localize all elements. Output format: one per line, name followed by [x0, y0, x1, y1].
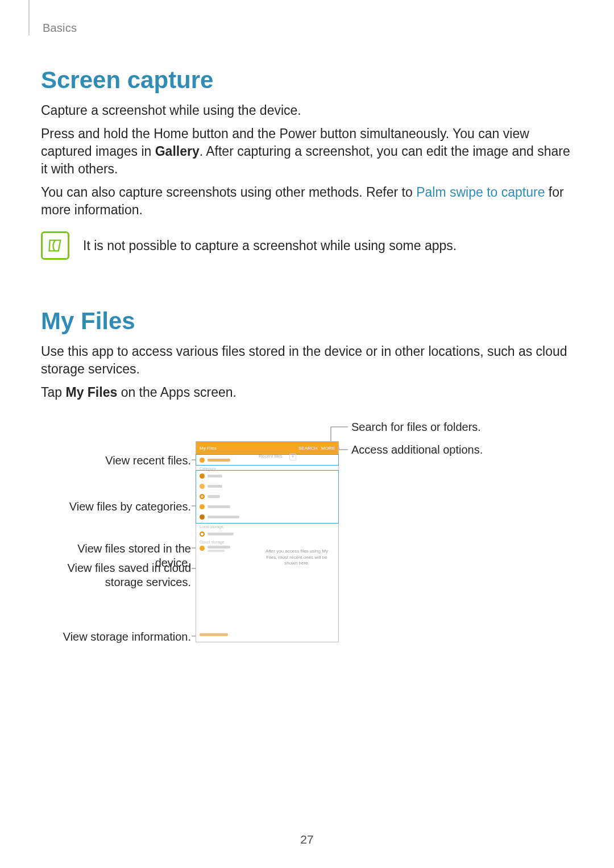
margin-rule	[28, 0, 30, 35]
note-text: It is not possible to capture a screensh…	[83, 237, 457, 255]
cloud-drive-icon	[200, 546, 205, 551]
images-icon	[200, 474, 205, 479]
my-files-ref: My Files	[65, 385, 117, 400]
sc-intro: Capture a screenshot while using the dev…	[41, 102, 573, 119]
device-storage-icon	[200, 531, 205, 537]
clock-icon	[200, 458, 205, 463]
note-icon	[41, 231, 69, 260]
breadcrumb: Basics	[43, 22, 573, 35]
note-block: It is not possible to capture a screensh…	[41, 231, 573, 260]
page-number: 27	[0, 833, 614, 846]
tab-recent-files: Recent files	[259, 454, 283, 459]
mf-intro: Use this app to access various files sto…	[41, 343, 573, 378]
sc-other-methods: You can also capture screenshots using o…	[41, 184, 573, 219]
mock-recent-label	[208, 459, 230, 462]
audio-icon	[200, 494, 205, 499]
tab-add: +	[289, 454, 296, 460]
heading-my-files: My Files	[41, 308, 573, 335]
mock-right-panel: Recent files +	[254, 452, 337, 639]
my-files-diagram: View recent files. View files by categor…	[41, 421, 573, 659]
mock-empty-hint: After you access files using My Files, m…	[263, 549, 331, 566]
mock-title: My Files	[200, 446, 217, 451]
mock-search: SEARCH	[298, 446, 317, 451]
gallery-ref: Gallery	[155, 144, 200, 159]
videos-icon	[200, 484, 205, 489]
documents-icon	[200, 504, 205, 509]
download-icon	[200, 514, 205, 520]
mf-launch: Tap My Files on the Apps screen.	[41, 384, 573, 401]
sc-howto: Press and hold the Home button and the P…	[41, 125, 573, 178]
storage-used-label	[200, 633, 228, 636]
heading-screen-capture: Screen capture	[41, 67, 573, 94]
palm-swipe-link[interactable]: Palm swipe to capture	[416, 185, 545, 200]
mock-more: MORE	[321, 446, 335, 451]
